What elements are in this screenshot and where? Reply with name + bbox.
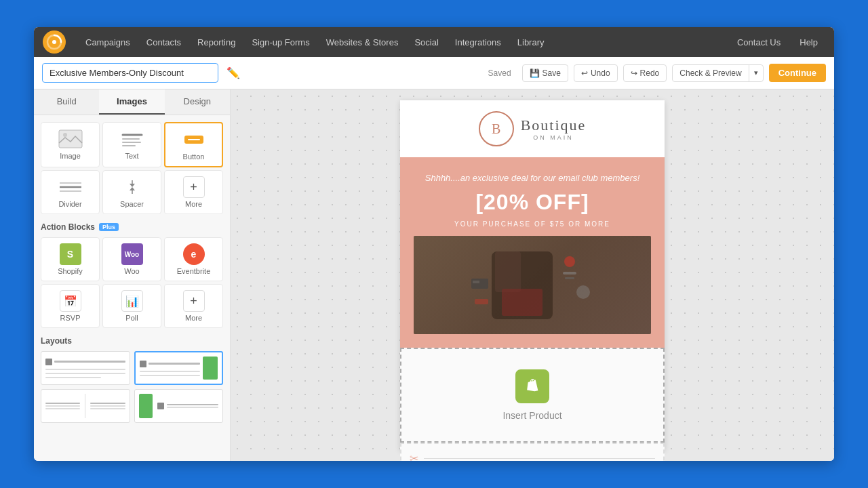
basic-blocks-grid: Image Text (41, 122, 223, 214)
action-more-icon: + (180, 290, 208, 312)
block-rsvp[interactable]: 📅 RSVP (41, 284, 100, 328)
email-canvas: B Boutique ON MAIN Shhhh....an exclusive… (400, 100, 665, 450)
svg-rect-24 (471, 279, 488, 289)
tab-build[interactable]: Build (34, 89, 99, 115)
rsvp-block-icon: 📅 (57, 290, 84, 312)
tab-design[interactable]: Design (165, 89, 230, 115)
layout-text-image-green[interactable] (134, 351, 224, 385)
undo-button[interactable]: ↩ Undo (574, 64, 618, 82)
check-preview-dropdown-arrow[interactable]: ▾ (749, 65, 763, 81)
action-blocks-grid: S Shopify Woo Woo e (41, 237, 223, 328)
layout-image-text-green[interactable] (134, 389, 224, 423)
promo-tagline: Shhhh....an exclusive deal for our email… (414, 173, 651, 183)
email-header: B Boutique ON MAIN (400, 100, 665, 159)
nav-library[interactable]: Library (509, 27, 553, 57)
block-more[interactable]: + More (164, 170, 223, 214)
main-area: Build Images Design (34, 89, 834, 461)
insert-product-label: Insert Product (502, 410, 561, 421)
svg-rect-23 (565, 277, 574, 279)
check-preview-button[interactable]: Check & Preview ▾ (672, 64, 763, 82)
block-eventbrite[interactable]: e Eventbrite (164, 237, 223, 281)
spacer-block-icon (119, 176, 146, 198)
scissors-icon: ✂ (410, 452, 418, 461)
email-footer-scissors[interactable]: ✂ (400, 443, 665, 461)
divider-block-label: Divider (58, 200, 81, 208)
logo-circle: B (479, 111, 514, 146)
eventbrite-block-label: Eventbrite (177, 267, 211, 275)
layouts-grid (41, 351, 223, 423)
divider-block-icon (57, 176, 84, 198)
block-poll[interactable]: 📊 Poll (102, 284, 161, 328)
toolbar: ✏️ Saved 💾 Save ↩ Undo ↪ Redo Check & Pr… (34, 57, 834, 89)
plus-badge: Plus (99, 223, 119, 231)
svg-rect-20 (502, 289, 542, 316)
svg-point-21 (564, 256, 575, 267)
image-block-label: Image (60, 152, 81, 160)
block-spacer[interactable]: Spacer (102, 170, 161, 214)
svg-rect-19 (524, 251, 549, 292)
block-text[interactable]: Text (102, 122, 161, 167)
layouts-title: Layouts (41, 336, 223, 346)
nav-contacts[interactable]: Contacts (138, 27, 189, 57)
canvas-area[interactable]: B Boutique ON MAIN Shhhh....an exclusive… (231, 89, 834, 461)
svg-marker-14 (130, 184, 135, 187)
save-button[interactable]: 💾 Save (522, 64, 568, 82)
continue-button[interactable]: Continue (769, 64, 826, 82)
promo-discount: [20% OFF] (414, 190, 651, 215)
top-nav: Campaigns Contacts Reporting Sign-up For… (34, 27, 834, 57)
sidebar: Build Images Design (34, 89, 231, 461)
eventbrite-block-icon: e (180, 243, 208, 265)
woo-block-icon: Woo (119, 243, 146, 265)
edit-title-button[interactable]: ✏️ (226, 66, 240, 79)
image-block-icon (57, 128, 84, 150)
sidebar-tabs: Build Images Design (34, 89, 230, 115)
brand-sub: ON MAIN (521, 134, 587, 141)
svg-rect-22 (563, 272, 576, 274)
block-action-more[interactable]: + More (164, 284, 223, 328)
svg-rect-25 (473, 281, 479, 283)
shopify-block-icon: S (57, 243, 84, 265)
insert-product-block[interactable]: Insert Product (400, 348, 665, 443)
brand-logo[interactable] (42, 30, 66, 54)
more-block-icon: + (180, 176, 208, 198)
block-image[interactable]: Image (41, 122, 100, 167)
action-more-label: More (185, 314, 202, 322)
spacer-block-label: Spacer (120, 200, 144, 208)
action-blocks-title: Action Blocks Plus (41, 222, 223, 232)
email-promo-section: Shhhh....an exclusive deal for our email… (400, 159, 665, 348)
rsvp-block-label: RSVP (60, 314, 81, 322)
saved-status: Saved (488, 68, 511, 78)
promo-product-image (414, 236, 651, 334)
text-block-icon (119, 128, 146, 150)
nav-integrations[interactable]: Integrations (447, 27, 509, 57)
block-shopify[interactable]: S Shopify (41, 237, 100, 281)
layout-multi-column[interactable] (41, 389, 130, 423)
block-divider[interactable]: Divider (41, 170, 100, 214)
save-icon: 💾 (530, 68, 540, 78)
svg-rect-27 (475, 299, 488, 304)
nav-websites-stores[interactable]: Websites & Stores (318, 27, 407, 57)
block-button[interactable]: Button (164, 122, 223, 167)
nav-help[interactable]: Help (791, 27, 826, 57)
nav-social[interactable]: Social (406, 27, 446, 57)
svg-point-1 (52, 40, 56, 44)
nav-reporting[interactable]: Reporting (189, 27, 243, 57)
layout-text-only[interactable] (41, 351, 130, 385)
svg-point-26 (576, 285, 590, 299)
more-block-label: More (185, 200, 202, 208)
button-block-label: Button (183, 152, 205, 161)
woo-block-label: Woo (124, 267, 139, 275)
nav-signup-forms[interactable]: Sign-up Forms (243, 27, 317, 57)
tab-images[interactable]: Images (99, 89, 164, 115)
campaign-title-input[interactable] (42, 63, 218, 83)
nav-campaigns[interactable]: Campaigns (77, 27, 138, 57)
boutique-logo: B Boutique ON MAIN (414, 111, 651, 146)
brand-name: Boutique (521, 117, 587, 134)
shopify-large-icon (515, 369, 549, 403)
redo-button[interactable]: ↪ Redo (623, 64, 667, 82)
block-woo[interactable]: Woo Woo (102, 237, 161, 281)
poll-block-icon: 📊 (119, 290, 146, 312)
svg-rect-18 (495, 251, 521, 292)
nav-contact-us[interactable]: Contact Us (729, 27, 789, 57)
svg-point-3 (63, 133, 67, 137)
